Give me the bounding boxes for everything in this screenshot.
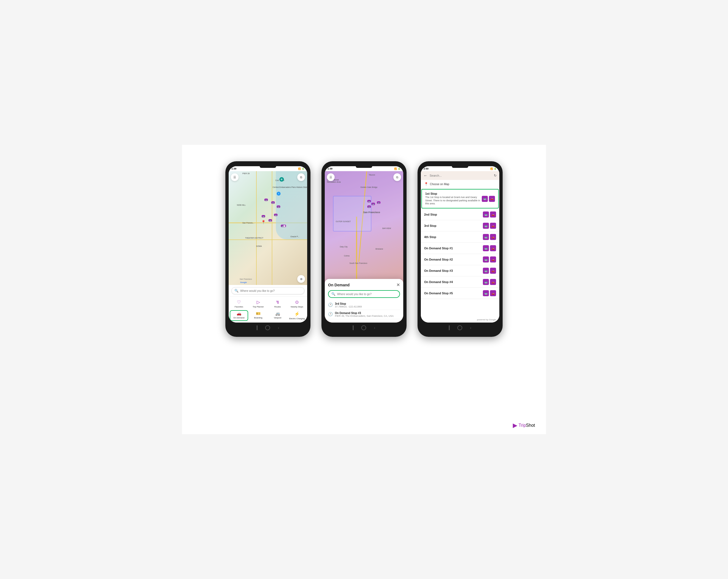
- stop-item-7[interactable]: On Demand Stop #3 🚌 🚗: [421, 265, 499, 276]
- stop-4-bus-icon[interactable]: 🚌: [483, 234, 489, 240]
- phone-3-bottom-bar: ‹: [421, 324, 499, 331]
- nav-trip-planner-label: Trip Planner: [253, 306, 264, 308]
- stop-2-name: 2nd Stop: [424, 213, 483, 216]
- panel-search[interactable]: 🔍: [328, 290, 400, 298]
- nav-routes[interactable]: ↯ Routes: [268, 298, 287, 309]
- vanpool-icon: 🚐: [275, 311, 280, 316]
- water-area: [276, 171, 307, 240]
- stop-4-car-icon[interactable]: 🚗: [490, 234, 496, 240]
- location-pin-1: 📍: [261, 220, 266, 224]
- stop-item-3[interactable]: 3rd Stop 🚌 🚗: [421, 220, 499, 231]
- nav-nearby-stops-label: Nearby Stops: [291, 306, 303, 308]
- choose-map-label: Choose on Map: [430, 183, 449, 186]
- stop-7-car-icon[interactable]: 🚗: [490, 268, 496, 274]
- history-item-2[interactable]: 🕐 On Demand Stop #3 PIER 39, The Embarca…: [328, 310, 400, 319]
- stop-1-icons: 🚌 🚗: [482, 196, 495, 202]
- stop-item-5[interactable]: On Demand Stop #1 🚌 🚗: [421, 243, 499, 254]
- nav-favorites[interactable]: ♡ Favorites: [230, 298, 248, 309]
- nav-vanpool[interactable]: 🚐 Vanpool: [268, 310, 287, 321]
- phone-2: 1:39 📶 🔋 🚌 🚌: [321, 161, 407, 337]
- nav-boarding[interactable]: 🎫 Boarding: [249, 310, 268, 321]
- stop-9-icons: 🚌 🚗: [483, 290, 496, 296]
- stop-2-car-icon[interactable]: 🚗: [490, 212, 496, 218]
- stop-1-bus-icon[interactable]: 🚌: [482, 196, 488, 202]
- hamburger-icon-2: ☰: [330, 175, 332, 179]
- search-bar-1[interactable]: 🔍: [231, 287, 305, 294]
- nav-electric-charging[interactable]: ⚡ Electric Charging: [288, 310, 306, 321]
- nav-on-demand[interactable]: 🚗 On Demand: [230, 310, 248, 321]
- stop-item-4-left: 4th Stop: [424, 235, 483, 239]
- stop-item-6[interactable]: On Demand Stop #2 🚌 🚗: [421, 254, 499, 265]
- panel-search-input[interactable]: [337, 293, 397, 296]
- phone-1: 1:39 📶 🔋 PIER 39: [225, 161, 310, 337]
- stop-7-name: On Demand Stop #3: [424, 269, 483, 272]
- nav-nearby-stops[interactable]: ⊙ Nearby Stops: [288, 298, 306, 309]
- nav-recents-1: ‹: [278, 326, 279, 330]
- stop-item-8-left: On Demand Stop #4: [424, 280, 483, 284]
- nav-home-3: [457, 325, 462, 330]
- sf-city-label: San Francisco: [363, 211, 380, 214]
- layers-button-1[interactable]: ⧉: [297, 173, 305, 181]
- stop-3-bus-icon[interactable]: 🚌: [483, 223, 489, 229]
- on-demand-icon: 🚗: [237, 311, 241, 316]
- stop-7-bus-icon[interactable]: 🚌: [483, 268, 489, 274]
- stop-6-bus-icon[interactable]: 🚌: [483, 256, 489, 263]
- stop-5-bus-icon[interactable]: 🚌: [483, 245, 489, 251]
- stop-item-9[interactable]: On Demand Stop #5 🚌 🚗: [421, 288, 499, 299]
- stop-6-car-icon[interactable]: 🚗: [490, 256, 496, 263]
- favorites-icon: ♡: [237, 300, 241, 305]
- colma-label: Colma: [344, 255, 349, 257]
- stop-list-spacer: [421, 299, 499, 317]
- soma-label: SOMA: [256, 245, 262, 247]
- stop-item-1[interactable]: 1st Stop The 1st Stop is located at Gran…: [421, 189, 499, 209]
- crosshair-icon: ⊕: [300, 277, 303, 281]
- road-v-1: [256, 171, 257, 285]
- phone-3-notch: [452, 166, 468, 168]
- stop-9-car-icon[interactable]: 🚗: [490, 290, 496, 296]
- location-button-1[interactable]: ⊕: [297, 275, 305, 283]
- history-item-1[interactable]: 🕐 3rd Stop 37.789810, -122.411969: [328, 301, 400, 310]
- signal-icon-3: 📶: [490, 168, 493, 170]
- nav-recents-2: ‹: [374, 326, 375, 330]
- choose-map-row[interactable]: 📍 Choose on Map: [421, 180, 499, 188]
- nav-trip-planner[interactable]: ▷ Trip Planner: [249, 298, 268, 309]
- stop-9-bus-icon[interactable]: 🚌: [483, 290, 489, 296]
- stop-item-4[interactable]: 4th Stop 🚌 🚗: [421, 231, 499, 243]
- stop-item-9-left: On Demand Stop #5: [424, 292, 483, 295]
- close-button[interactable]: ✕: [396, 282, 400, 287]
- nav-back-1: [257, 325, 258, 330]
- stop-5-name: On Demand Stop #1: [424, 247, 483, 250]
- stop-2-bus-icon[interactable]: 🚌: [483, 212, 489, 218]
- stop-item-2[interactable]: 2nd Stop 🚌 🚗: [421, 209, 499, 220]
- map2-pin-3: 🚌: [367, 205, 371, 208]
- panel-search-icon: 🔍: [331, 292, 335, 296]
- tripshot-logo-text: TripShot: [519, 423, 535, 428]
- stop-search-input[interactable]: [430, 174, 492, 177]
- history-icon-2: 🕐: [328, 312, 333, 316]
- phone-1-bottom-bar: ‹: [229, 324, 307, 331]
- stop-3-icons: 🚌 🚗: [483, 223, 496, 229]
- menu-button-1[interactable]: ☰: [231, 173, 238, 181]
- stop-3-car-icon[interactable]: 🚗: [490, 223, 496, 229]
- phone-3-screen: 2:50 📶 🔋 ← ↻ 📍: [421, 166, 499, 323]
- stop-list-screen: ← ↻ 📍 Choose on Map 1st Stop The 1st Sto…: [421, 171, 499, 323]
- stop-item-8[interactable]: On Demand Stop #4 🚌 🚗: [421, 276, 499, 288]
- stop-5-car-icon[interactable]: 🚗: [490, 245, 496, 251]
- search-input-1[interactable]: [240, 290, 302, 293]
- status-icons-1: 📶 🔋: [298, 168, 305, 170]
- stop-8-car-icon[interactable]: 🚗: [490, 279, 496, 285]
- phone-2-bottom-bar: ‹: [325, 324, 403, 331]
- nav-back-3: [449, 325, 450, 330]
- nav-home-1: [265, 325, 270, 330]
- layers-button-2[interactable]: ⧉: [393, 173, 401, 181]
- history-subtitle-1: 37.789810, -122.411969: [335, 305, 362, 308]
- stop-1-car-icon[interactable]: 🚗: [489, 196, 495, 202]
- nav-recents-3: ‹: [470, 326, 471, 330]
- refresh-button[interactable]: ↻: [494, 174, 497, 177]
- back-button-3[interactable]: ←: [423, 173, 427, 178]
- routes-icon: ↯: [276, 300, 280, 305]
- menu-button-2[interactable]: ☰: [327, 173, 335, 181]
- stop-8-bus-icon[interactable]: 🚌: [483, 279, 489, 285]
- outer-sunset-label: OUTER SUNSET: [336, 221, 351, 222]
- phone-2-screen: 1:39 📶 🔋 🚌 🚌: [325, 166, 403, 323]
